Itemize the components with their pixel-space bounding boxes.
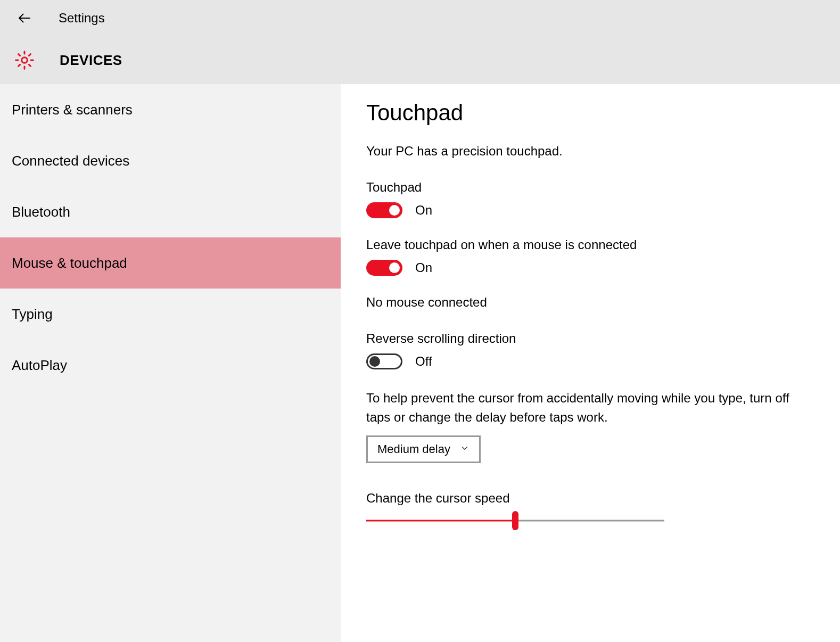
reverse-toggle-label: Reverse scrolling direction [366,331,814,346]
section-title: DEVICES [60,52,122,69]
slider-thumb [512,511,518,530]
toggle-knob [389,205,400,216]
gear-icon [12,47,37,73]
reverse-toggle-state: Off [415,354,432,369]
sidebar-item-bluetooth[interactable]: Bluetooth [0,186,341,237]
header-bar: Settings [0,0,840,36]
sidebar: Printers & scanners Connected devices Bl… [0,84,341,642]
sidebar-item-label: Typing [12,306,53,323]
touchpad-toggle-label: Touchpad [366,180,814,195]
cursor-speed-slider[interactable] [366,513,664,528]
sidebar-item-printers[interactable]: Printers & scanners [0,84,341,135]
tap-delay-help: To help prevent the cursor from accident… [366,389,803,427]
sidebar-item-autoplay[interactable]: AutoPlay [0,340,341,391]
section-header: DEVICES [0,36,840,84]
main-pane: Touchpad Your PC has a precision touchpa… [341,84,840,642]
slider-track-filled [366,520,515,522]
back-button[interactable] [12,5,37,31]
sidebar-item-typing[interactable]: Typing [0,289,341,340]
dropdown-value: Medium delay [377,442,450,456]
touchpad-toggle[interactable] [366,202,402,218]
sidebar-item-mouse-touchpad[interactable]: Mouse & touchpad [0,237,341,289]
tap-delay-dropdown[interactable]: Medium delay [366,435,481,463]
leave-on-toggle-label: Leave touchpad on when a mouse is connec… [366,237,814,252]
touchpad-toggle-state: On [415,203,432,218]
slider-track-empty [515,520,664,522]
leave-on-toggle-state: On [415,260,432,275]
mouse-status: No mouse connected [366,295,814,310]
svg-point-0 [22,57,28,63]
toggle-knob [369,356,380,367]
toggle-knob [389,262,400,273]
sidebar-item-label: Connected devices [12,153,129,169]
arrow-left-icon [17,10,32,26]
sidebar-item-label: Printers & scanners [12,102,133,118]
page-description: Your PC has a precision touchpad. [366,144,814,159]
sidebar-item-connected-devices[interactable]: Connected devices [0,135,341,186]
sidebar-item-label: Mouse & touchpad [12,255,127,271]
leave-on-toggle[interactable] [366,260,402,276]
page-title: Touchpad [366,100,814,126]
sidebar-item-label: AutoPlay [12,357,67,374]
chevron-down-icon [460,442,470,456]
reverse-scroll-toggle[interactable] [366,353,402,369]
cursor-speed-label: Change the cursor speed [366,491,814,506]
sidebar-item-label: Bluetooth [12,204,70,220]
app-title: Settings [59,11,105,26]
